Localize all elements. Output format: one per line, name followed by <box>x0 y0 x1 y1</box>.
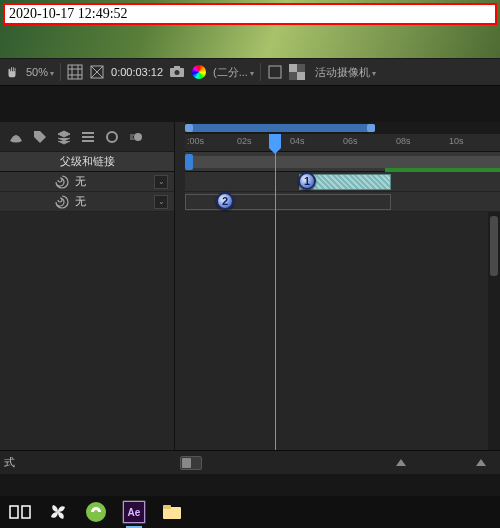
annotation-marker-2: 2 <box>216 192 234 210</box>
timeline-area[interactable]: :00s 02s 04s 06s 08s 10s 1 2 <box>175 122 500 450</box>
parent-link-header: 父级和链接 <box>60 154 115 169</box>
task-view-icon[interactable] <box>8 500 32 524</box>
toggle-switches[interactable] <box>180 456 202 470</box>
snapshot-icon[interactable] <box>169 64 185 80</box>
motion-blur-icon[interactable] <box>128 129 144 145</box>
time-ruler[interactable]: :00s 02s 04s 06s 08s 10s <box>185 134 500 152</box>
grid-icon[interactable] <box>67 64 83 80</box>
app-green-icon[interactable] <box>84 500 108 524</box>
parent-dropdown[interactable]: ⌄ <box>154 175 168 189</box>
svg-rect-6 <box>289 64 297 72</box>
camera-dropdown[interactable]: 活动摄像机 <box>315 65 376 80</box>
transparency-grid-icon[interactable] <box>289 64 305 80</box>
navigator-thumb[interactable] <box>185 124 375 132</box>
pickwhip-icon[interactable] <box>55 175 69 189</box>
svg-rect-8 <box>297 64 305 72</box>
status-bar: 式 <box>0 450 500 474</box>
bottom-gap <box>0 474 500 496</box>
ae-label: Ae <box>128 507 141 518</box>
parent-value: 无 <box>75 194 86 209</box>
after-effects-icon[interactable]: Ae <box>122 500 146 524</box>
timestamp-text: 2020-10-17 12:49:52 <box>9 6 128 21</box>
tick: 04s <box>290 136 305 146</box>
svg-rect-11 <box>82 136 94 138</box>
layer-panel: 父级和链接 无 ⌄ 无 ⌄ <box>0 122 175 450</box>
svg-rect-5 <box>269 66 281 78</box>
svg-rect-20 <box>163 505 171 509</box>
resolution-dropdown[interactable]: (二分... <box>213 65 254 80</box>
vertical-scrollbar[interactable] <box>488 212 500 450</box>
svg-point-13 <box>107 132 117 142</box>
tick: 06s <box>343 136 358 146</box>
svg-point-14 <box>134 133 142 141</box>
zoom-dropdown[interactable]: 50% <box>26 66 54 78</box>
file-explorer-icon[interactable] <box>160 500 184 524</box>
layer-row-2[interactable]: 无 ⌄ <box>0 192 174 212</box>
current-time[interactable]: 0:00:03:12 <box>111 66 163 78</box>
shy-icon[interactable] <box>8 129 24 145</box>
time-navigator[interactable] <box>185 122 500 134</box>
channel-icon[interactable] <box>191 64 207 80</box>
mode-label: 式 <box>4 456 15 468</box>
svg-rect-4 <box>174 66 180 69</box>
tag-icon[interactable] <box>32 129 48 145</box>
svg-rect-12 <box>82 140 94 142</box>
tick: 02s <box>237 136 252 146</box>
svg-rect-9 <box>289 72 297 80</box>
app-fan-icon[interactable] <box>46 500 70 524</box>
tick: :00s <box>187 136 204 146</box>
svg-point-3 <box>175 70 180 75</box>
svg-rect-7 <box>297 72 305 80</box>
svg-rect-10 <box>82 132 94 134</box>
tick: 10s <box>449 136 464 146</box>
timeline-panel: 父级和链接 无 ⌄ 无 ⌄ :00s 02s 04s 06s 08s 10s <box>0 122 500 450</box>
playhead[interactable] <box>275 134 276 450</box>
parent-value: 无 <box>75 174 86 189</box>
stack-icon[interactable] <box>80 129 96 145</box>
pickwhip-icon[interactable] <box>55 195 69 209</box>
track-1[interactable] <box>185 172 500 192</box>
playhead-handle[interactable] <box>269 134 281 148</box>
mask-icon[interactable] <box>89 64 105 80</box>
layer-row-1[interactable]: 无 ⌄ <box>0 172 174 192</box>
annotation-marker-1: 1 <box>298 172 316 190</box>
parent-dropdown[interactable]: ⌄ <box>154 195 168 209</box>
region-icon[interactable] <box>267 64 283 80</box>
tick: 08s <box>396 136 411 146</box>
collapse-up-icon[interactable] <box>476 459 486 466</box>
svg-rect-16 <box>22 506 30 518</box>
work-area-start-handle[interactable] <box>185 154 193 170</box>
timestamp-overlay: 2020-10-17 12:49:52 <box>3 3 497 25</box>
scrollbar-thumb[interactable] <box>490 216 498 276</box>
collapse-up-icon[interactable] <box>396 459 406 466</box>
viewer-toolbar: 50% 0:00:03:12 (二分... 活动摄像机 <box>0 58 500 86</box>
column-header: 父级和链接 <box>0 152 174 172</box>
marker-label: 1 <box>304 175 310 187</box>
svg-point-18 <box>86 502 106 522</box>
hand-tool-icon[interactable] <box>4 64 20 80</box>
panel-divider <box>0 86 500 122</box>
marker-label: 2 <box>222 195 228 207</box>
fx-icon[interactable] <box>104 129 120 145</box>
layers-icon[interactable] <box>56 129 72 145</box>
svg-rect-15 <box>10 506 18 518</box>
panel-icon-row <box>0 122 174 152</box>
windows-taskbar: Ae <box>0 496 500 528</box>
svg-rect-0 <box>68 65 82 79</box>
